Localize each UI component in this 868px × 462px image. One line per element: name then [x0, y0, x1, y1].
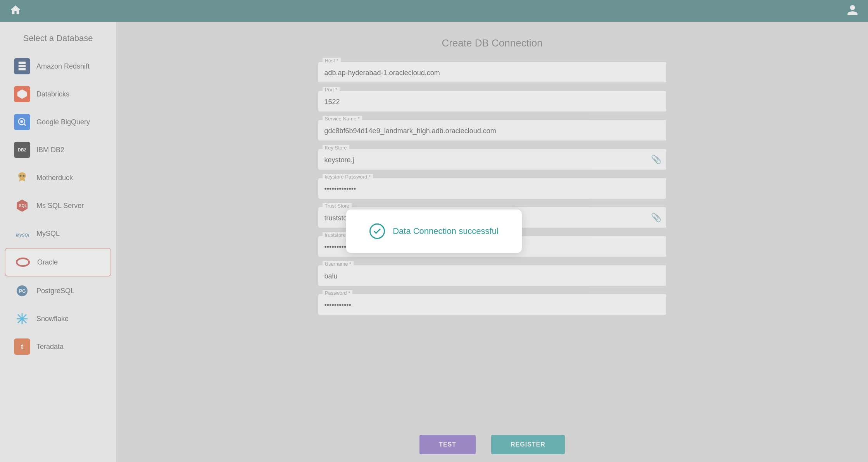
toast-notification: Data Connection successful: [346, 210, 522, 253]
toast-check-icon: [369, 223, 385, 239]
toast-overlay: Data Connection successful: [0, 0, 868, 462]
toast-message: Data Connection successful: [393, 226, 499, 236]
